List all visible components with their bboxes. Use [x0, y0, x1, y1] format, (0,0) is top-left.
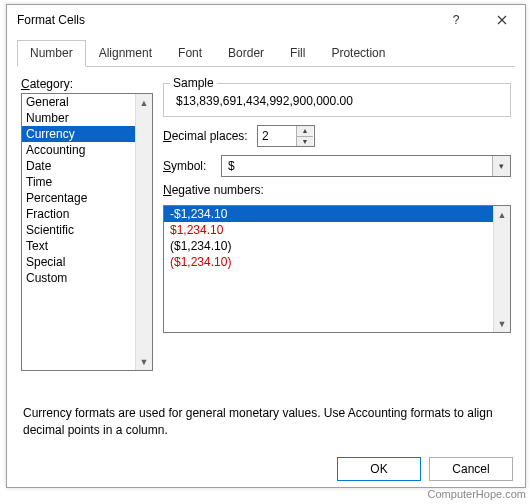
cancel-button[interactable]: Cancel	[429, 457, 513, 481]
symbol-value: $	[222, 159, 492, 173]
sample-group: Sample $13,839,691,434,992,900,000.00	[163, 83, 511, 117]
category-item[interactable]: Fraction	[22, 206, 135, 222]
help-button[interactable]: ?	[433, 5, 479, 35]
scroll-up-icon[interactable]: ▲	[136, 94, 152, 111]
category-item[interactable]: Special	[22, 254, 135, 270]
watermark: ComputerHope.com	[428, 488, 526, 500]
tab-strip: NumberAlignmentFontBorderFillProtection	[17, 35, 515, 67]
dialog-buttons: OK Cancel	[7, 447, 525, 493]
category-label: Category:	[21, 77, 153, 91]
scroll-down-icon[interactable]: ▼	[494, 315, 510, 332]
negative-scrollbar[interactable]: ▲ ▼	[493, 206, 510, 332]
tab-protection[interactable]: Protection	[318, 40, 398, 67]
category-item[interactable]: Currency	[22, 126, 135, 142]
category-item[interactable]: Date	[22, 158, 135, 174]
symbol-label: Symbol:	[163, 159, 215, 173]
decimals-up-button[interactable]: ▲	[297, 126, 313, 137]
decimals-label: Decimal places:	[163, 129, 251, 143]
category-item[interactable]: Time	[22, 174, 135, 190]
negative-item[interactable]: $1,234.10	[164, 222, 493, 238]
category-item[interactable]: General	[22, 94, 135, 110]
close-icon	[497, 15, 507, 25]
negative-item[interactable]: -$1,234.10	[164, 206, 493, 222]
tab-panel-number: Category: GeneralNumberCurrencyAccountin…	[7, 67, 525, 447]
dialog-title: Format Cells	[17, 13, 85, 27]
chevron-down-icon: ▾	[499, 161, 504, 171]
category-item[interactable]: Scientific	[22, 222, 135, 238]
tab-number[interactable]: Number	[17, 40, 86, 67]
tab-fill[interactable]: Fill	[277, 40, 318, 67]
category-item[interactable]: Custom	[22, 270, 135, 286]
tab-border[interactable]: Border	[215, 40, 277, 67]
symbol-select[interactable]: $ ▾	[221, 155, 511, 177]
decimals-input[interactable]	[258, 126, 296, 146]
help-icon: ?	[453, 13, 460, 27]
scroll-down-icon[interactable]: ▼	[136, 353, 152, 370]
sample-label: Sample	[170, 76, 217, 90]
negative-item[interactable]: ($1,234.10)	[164, 238, 493, 254]
category-item[interactable]: Number	[22, 110, 135, 126]
category-item[interactable]: Accounting	[22, 142, 135, 158]
category-item[interactable]: Percentage	[22, 190, 135, 206]
symbol-dropdown-button[interactable]: ▾	[492, 156, 510, 176]
scroll-up-icon[interactable]: ▲	[494, 206, 510, 223]
decimals-down-button[interactable]: ▼	[297, 137, 313, 147]
close-button[interactable]	[479, 5, 525, 35]
negative-listbox[interactable]: -$1,234.10$1,234.10($1,234.10)($1,234.10…	[163, 205, 511, 333]
ok-button[interactable]: OK	[337, 457, 421, 481]
category-item[interactable]: Text	[22, 238, 135, 254]
format-cells-dialog: Format Cells ? NumberAlignmentFontBorder…	[6, 4, 526, 488]
category-listbox[interactable]: GeneralNumberCurrencyAccountingDateTimeP…	[21, 93, 153, 371]
negative-label: Negative numbers:	[163, 183, 511, 197]
sample-value: $13,839,691,434,992,900,000.00	[172, 94, 502, 108]
titlebar: Format Cells ?	[7, 5, 525, 35]
decimals-spinner[interactable]: ▲ ▼	[257, 125, 315, 147]
tab-alignment[interactable]: Alignment	[86, 40, 165, 67]
negative-item[interactable]: ($1,234.10)	[164, 254, 493, 270]
format-description: Currency formats are used for general mo…	[23, 405, 509, 439]
tab-font[interactable]: Font	[165, 40, 215, 67]
category-scrollbar[interactable]: ▲ ▼	[135, 94, 152, 370]
